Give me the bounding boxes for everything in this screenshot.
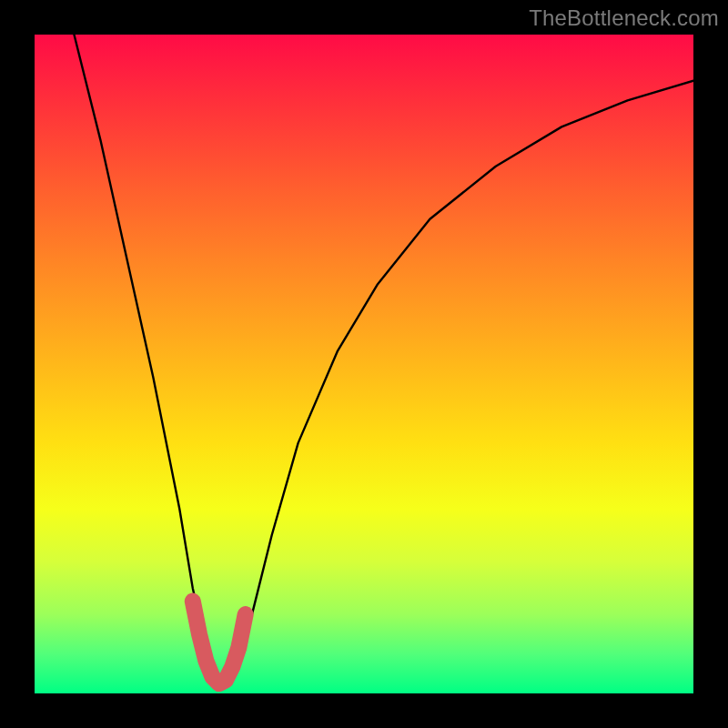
chart-frame: TheBottleneck.com: [0, 0, 728, 728]
watermark-text: TheBottleneck.com: [529, 5, 719, 31]
highlight-segment: [193, 602, 246, 684]
bottleneck-curve: [74, 35, 693, 687]
curve-svg: [35, 35, 693, 693]
plot-area: [35, 35, 693, 693]
